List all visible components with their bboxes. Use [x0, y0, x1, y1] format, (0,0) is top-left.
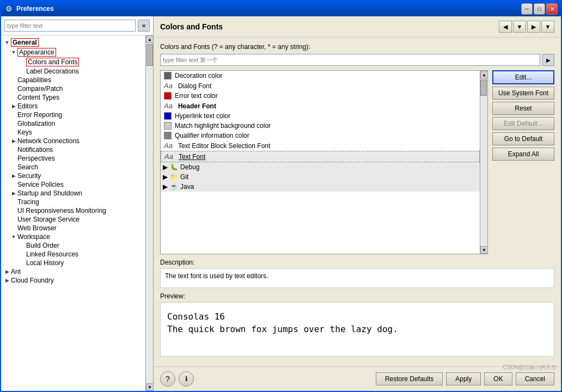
tree-item-colors-fonts[interactable]: Colors and Fonts	[1, 57, 145, 67]
tree-filter-clear-button[interactable]: ✕	[138, 20, 150, 32]
color-item-header-font[interactable]: Aa Header Font	[161, 101, 480, 111]
description-section: Description: The text font is used by te…	[160, 259, 554, 288]
tree-filter-input[interactable]	[4, 20, 136, 32]
color-item-text-editor-block[interactable]: Aa Text Editor Block Selection Font	[161, 140, 480, 151]
colors-scroll-down-button[interactable]: ▼	[480, 246, 488, 254]
apply-button[interactable]: Apply	[446, 372, 481, 385]
window-icon: ⚙	[4, 4, 13, 13]
color-item-hyperlink[interactable]: Hyperlink text color	[161, 111, 480, 121]
help-button[interactable]: ?	[160, 371, 175, 387]
right-action-buttons: Edit... Use System Font Reset Edit Defau…	[492, 70, 554, 254]
reset-button[interactable]: Reset	[492, 102, 554, 115]
error-reporting-expander	[10, 111, 17, 119]
ui-responsiveness-expander	[10, 207, 17, 215]
hyperlink-color-swatch	[164, 112, 172, 120]
tree-item-keys[interactable]: Keys	[1, 128, 145, 137]
color-filter-clear-button[interactable]: ▶	[542, 54, 554, 66]
tree-item-notifications[interactable]: Notifications	[1, 145, 145, 154]
java-group-icon: ☕	[170, 183, 178, 191]
tree-item-service-policies[interactable]: Service Policies	[1, 180, 145, 189]
nav-forward-button[interactable]: ▶	[527, 21, 540, 33]
tree-item-appearance[interactable]: ▼ Appearance	[1, 47, 145, 57]
colors-area: Decoration color Aa Dialog Font Error te…	[160, 70, 554, 254]
tree-item-user-storage[interactable]: User Storage Service	[1, 215, 145, 224]
group-java[interactable]: ▶ ☕ Java	[161, 182, 480, 192]
edit-button[interactable]: Edit...	[492, 70, 554, 84]
tree-label-local-history: Local History	[26, 259, 64, 267]
tree-item-security[interactable]: ▶ Security	[1, 171, 145, 180]
linked-resources-expander	[19, 250, 26, 258]
network-connections-expander: ▶	[10, 137, 17, 145]
tree-item-search[interactable]: Search	[1, 163, 145, 171]
tree-item-general[interactable]: ▼ General	[1, 38, 145, 47]
left-scroll-up-button[interactable]: ▲	[146, 35, 153, 43]
edit-default-button[interactable]: Edit Default...	[492, 117, 554, 130]
left-scroll-thumb[interactable]	[146, 44, 153, 66]
tree-item-ui-responsiveness[interactable]: UI Responsiveness Monitoring	[1, 206, 145, 215]
colors-scroll-thumb[interactable]	[480, 79, 487, 96]
notifications-expander	[10, 146, 17, 154]
restore-defaults-button[interactable]: Restore Defaults	[376, 372, 443, 385]
tree-label-content-types: Content Types	[17, 94, 59, 101]
color-item-text-font[interactable]: Aa Text Font	[161, 151, 480, 162]
maximize-button[interactable]: □	[534, 3, 545, 15]
colors-list-wrapper: Decoration color Aa Dialog Font Error te…	[160, 70, 488, 254]
color-item-error-text[interactable]: Error text color	[161, 91, 480, 101]
tree-item-capabilities[interactable]: Capabilities	[1, 76, 145, 84]
tree-item-tracing[interactable]: Tracing	[1, 198, 145, 206]
bottom-bar: ? ℹ Restore Defaults Apply OK Cancel	[154, 366, 561, 391]
tree-item-startup-shutdown[interactable]: ▶ Startup and Shutdown	[1, 189, 145, 198]
go-to-default-button[interactable]: Go to Default	[492, 132, 554, 145]
minimize-button[interactable]: ─	[521, 3, 533, 15]
nav-dropdown-button[interactable]: ▼	[513, 21, 526, 33]
expand-all-button[interactable]: Expand All	[492, 148, 554, 161]
tree-item-local-history[interactable]: Local History	[1, 259, 145, 267]
tree-item-label-decorations[interactable]: Label Decorations	[1, 67, 145, 76]
tree-item-ant[interactable]: ▶ Ant	[1, 267, 145, 276]
cloud-foundry-expander: ▶	[3, 277, 11, 284]
info-button[interactable]: ℹ	[179, 371, 194, 387]
tree-item-linked-resources[interactable]: Linked Resources	[1, 250, 145, 259]
tree-label-appearance: Appearance	[17, 48, 56, 57]
left-scroll-down-button[interactable]: ▼	[146, 383, 153, 391]
ok-button[interactable]: OK	[484, 372, 512, 385]
close-button[interactable]: ✕	[546, 3, 558, 15]
colors-scroll-track	[480, 78, 487, 246]
nav-back-button[interactable]: ◀	[499, 21, 512, 33]
capabilities-expander	[10, 76, 17, 84]
window-controls: ─ □ ✕	[521, 3, 558, 15]
colors-scroll-up-button[interactable]: ▲	[480, 71, 488, 78]
color-item-dialog-font[interactable]: Aa Dialog Font	[161, 81, 480, 91]
cancel-button[interactable]: Cancel	[516, 372, 554, 385]
use-system-font-button[interactable]: Use System Font	[492, 87, 554, 100]
tree-item-perspectives[interactable]: Perspectives	[1, 154, 145, 163]
tree-item-editors[interactable]: ▶ Editors	[1, 102, 145, 111]
tree-item-cloud-foundry[interactable]: ▶ Cloud Foundry	[1, 276, 145, 285]
tree-item-compare-patch[interactable]: Compare/Patch	[1, 84, 145, 93]
tree-item-error-reporting[interactable]: Error Reporting	[1, 111, 145, 119]
color-item-qualifier[interactable]: Qualifier information color	[161, 131, 480, 140]
tree-item-content-types[interactable]: Content Types	[1, 93, 145, 102]
group-debug[interactable]: ▶ 🐛 Debug	[161, 162, 480, 172]
local-history-expander	[19, 259, 26, 267]
tree-label-label-decorations: Label Decorations	[26, 68, 79, 75]
colors-list: Decoration color Aa Dialog Font Error te…	[161, 71, 480, 254]
bottom-right-controls: Restore Defaults Apply OK Cancel	[376, 372, 554, 385]
tree-item-build-order[interactable]: Build Order	[1, 241, 145, 250]
nav-menu-button[interactable]: ▼	[541, 21, 554, 33]
color-item-decoration[interactable]: Decoration color	[161, 71, 480, 81]
color-item-match-highlight[interactable]: Match highlight background color	[161, 121, 480, 131]
color-filter-input[interactable]	[160, 54, 540, 66]
tree-label-capabilities: Capabilities	[17, 76, 51, 84]
right-panel-title: Colors and Fonts	[160, 22, 223, 31]
tree-item-web-browser[interactable]: Web Browser	[1, 224, 145, 232]
tree-item-workspace[interactable]: ▼ Workspace	[1, 232, 145, 241]
tree-item-globalization[interactable]: Globalization	[1, 119, 145, 128]
group-git[interactable]: ▶ 📁 Git	[161, 172, 480, 182]
globalization-expander	[10, 120, 17, 127]
error-text-color-label: Error text color	[175, 92, 218, 100]
error-text-color-swatch	[164, 92, 172, 100]
tree-item-network-connections[interactable]: ▶ Network Connections	[1, 137, 145, 145]
tree-label-ant: Ant	[11, 268, 21, 275]
debug-group-icon: 🐛	[170, 163, 178, 171]
